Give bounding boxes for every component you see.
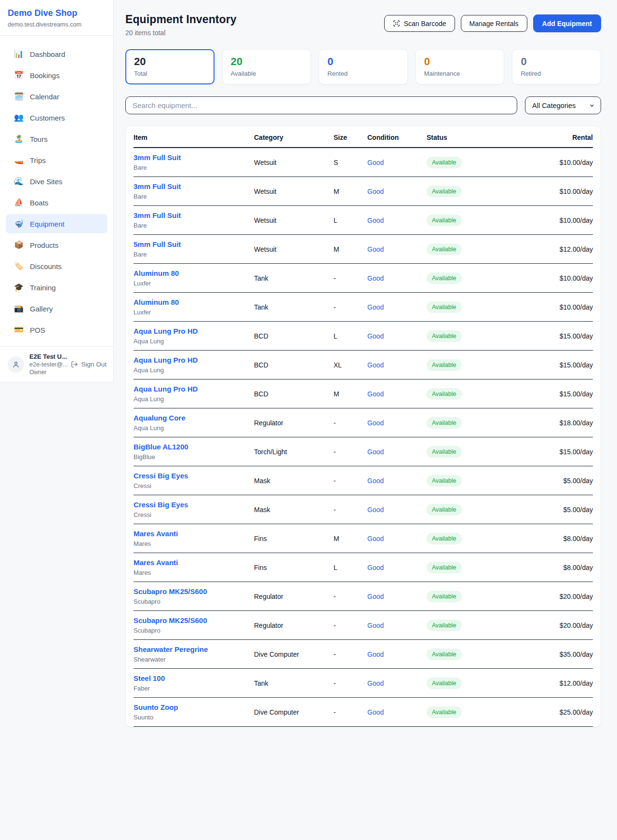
sidebar-item-training[interactable]: 🎓 Training	[6, 278, 107, 297]
table-row: 3mm Full Suit Bare Wetsuit S Good Availa…	[134, 148, 593, 177]
item-condition-link[interactable]: Good	[367, 217, 384, 224]
item-category: Fins	[254, 553, 334, 582]
item-name-link[interactable]: Scubapro MK25/S600	[134, 616, 207, 624]
sidebar-item-bookings[interactable]: 📅 Bookings	[6, 66, 107, 85]
item-size: M	[334, 235, 367, 264]
add-equipment-button[interactable]: Add Equipment	[533, 14, 601, 32]
stat-value: 0	[424, 55, 496, 68]
stat-card-rented[interactable]: 0 Rented	[319, 49, 408, 84]
brand-block: Demo Dive Shop demo.test.divestreams.com	[0, 0, 113, 36]
item-name-link[interactable]: 3mm Full Suit	[134, 182, 181, 190]
item-condition-link[interactable]: Good	[367, 477, 384, 485]
sidebar-item-boats[interactable]: ⛵ Boats	[6, 193, 107, 212]
item-name-link[interactable]: BigBlue AL1200	[134, 443, 188, 451]
sidebar-item-dashboard[interactable]: 📊 Dashboard	[6, 44, 107, 64]
item-brand: Cressi	[134, 511, 254, 518]
sidebar-item-tours[interactable]: 🏝️ Tours	[6, 129, 107, 149]
sidebar-item-label: Bookings	[30, 71, 60, 80]
item-condition-link[interactable]: Good	[367, 245, 384, 253]
item-name-link[interactable]: 3mm Full Suit	[134, 211, 181, 219]
item-condition-link[interactable]: Good	[367, 188, 384, 195]
item-size: M	[334, 379, 367, 408]
table-row: Aqua Lung Pro HD Aqua Lung BCD M Good Av…	[134, 379, 593, 408]
item-rental-price: $10.00/day	[525, 148, 593, 177]
item-condition-link[interactable]: Good	[367, 650, 384, 658]
item-name-link[interactable]: Aqua Lung Pro HD	[134, 356, 198, 364]
item-name-link[interactable]: 5mm Full Suit	[134, 240, 181, 248]
item-name-link[interactable]: Cressi Big Eyes	[134, 472, 188, 480]
scan-barcode-button[interactable]: Scan Barcode	[384, 15, 455, 32]
item-condition-link[interactable]: Good	[367, 332, 384, 340]
table-header: Item Category Size Condition Status Rent…	[134, 126, 593, 148]
item-condition-link[interactable]: Good	[367, 564, 384, 571]
stat-label: Total	[134, 70, 206, 77]
item-rental-price: $10.00/day	[525, 293, 593, 322]
item-name-link[interactable]: Aqualung Core	[134, 414, 186, 422]
sidebar-item-dive-sites[interactable]: 🌊 Dive Sites	[6, 172, 107, 191]
stat-card-maintenance[interactable]: 0 Maintenance	[416, 49, 505, 84]
item-name-link[interactable]: Suunto Zoop	[134, 703, 178, 711]
sign-out-button[interactable]: Sign Out	[71, 361, 107, 368]
sidebar-item-discounts[interactable]: 🏷️ Discounts	[6, 257, 107, 276]
item-condition-link[interactable]: Good	[367, 159, 384, 166]
item-brand: Aqua Lung	[134, 366, 254, 374]
item-condition-link[interactable]: Good	[367, 708, 384, 716]
item-condition-link[interactable]: Good	[367, 361, 384, 369]
item-condition-link[interactable]: Good	[367, 390, 384, 398]
item-name-link[interactable]: Mares Avanti	[134, 558, 178, 567]
search-input[interactable]	[125, 96, 517, 114]
item-brand: Bare	[134, 193, 254, 200]
sidebar-item-products[interactable]: 📦 Products	[6, 235, 107, 255]
item-condition-link[interactable]: Good	[367, 535, 384, 542]
stat-card-available[interactable]: 20 Available	[222, 49, 311, 84]
item-name-link[interactable]: Aluminum 80	[134, 298, 179, 306]
item-condition-link[interactable]: Good	[367, 448, 384, 456]
sidebar-item-label: Customers	[30, 114, 65, 122]
sidebar-item-pos[interactable]: 💳 POS	[6, 320, 107, 339]
item-condition-link[interactable]: Good	[367, 506, 384, 514]
category-select[interactable]: All Categories	[525, 96, 601, 114]
stat-label: Retired	[521, 70, 592, 77]
item-condition-link[interactable]: Good	[367, 303, 384, 311]
stat-card-retired[interactable]: 0 Retired	[512, 49, 601, 84]
item-rental-price: $18.00/day	[525, 408, 593, 437]
sidebar-item-label: POS	[30, 326, 45, 334]
stat-card-total[interactable]: 20 Total	[125, 49, 215, 84]
item-condition-link[interactable]: Good	[367, 593, 384, 600]
item-rental-price: $8.00/day	[525, 524, 593, 553]
sidebar-item-trips[interactable]: 🚤 Trips	[6, 150, 107, 170]
item-condition-link[interactable]: Good	[367, 622, 384, 629]
item-category: Wetsuit	[254, 148, 334, 177]
item-name-link[interactable]: Shearwater Peregrine	[134, 645, 208, 653]
sidebar-item-calendar[interactable]: 🗓️ Calendar	[6, 87, 107, 106]
equipment-table: Item Category Size Condition Status Rent…	[134, 126, 593, 727]
status-badge: Available	[427, 388, 462, 400]
item-category: Regulator	[254, 582, 334, 611]
item-name-link[interactable]: Aluminum 80	[134, 269, 179, 277]
item-condition-link[interactable]: Good	[367, 679, 384, 687]
item-name-link[interactable]: Steel 100	[134, 674, 165, 682]
item-size: -	[334, 466, 367, 495]
item-rental-price: $12.00/day	[525, 235, 593, 264]
sidebar-item-equipment[interactable]: 🤿 Equipment	[6, 214, 107, 233]
tours-icon: 🏝️	[14, 135, 24, 143]
status-badge: Available	[427, 649, 462, 660]
item-name-link[interactable]: Cressi Big Eyes	[134, 501, 188, 509]
manage-rentals-button[interactable]: Manage Rentals	[461, 15, 527, 32]
item-category: Wetsuit	[254, 177, 334, 206]
item-name-link[interactable]: Scubapro MK25/S600	[134, 587, 207, 596]
item-name-link[interactable]: 3mm Full Suit	[134, 153, 181, 162]
sidebar-item-gallery[interactable]: 📸 Gallery	[6, 299, 107, 318]
dive-sites-icon: 🌊	[14, 177, 24, 185]
item-condition-link[interactable]: Good	[367, 274, 384, 282]
item-name-link[interactable]: Aqua Lung Pro HD	[134, 385, 198, 393]
header-actions: Scan Barcode Manage Rentals Add Equipmen…	[384, 13, 601, 32]
item-condition-link[interactable]: Good	[367, 419, 384, 427]
sidebar-item-customers[interactable]: 👥 Customers	[6, 108, 107, 127]
table-row: Aluminum 80 Luxfer Tank - Good Available…	[134, 293, 593, 322]
item-name-link[interactable]: Mares Avanti	[134, 529, 178, 538]
sidebar-item-label: Products	[30, 241, 58, 249]
pos-icon: 💳	[14, 326, 24, 334]
item-name-link[interactable]: Aqua Lung Pro HD	[134, 327, 198, 335]
item-rental-price: $10.00/day	[525, 177, 593, 206]
